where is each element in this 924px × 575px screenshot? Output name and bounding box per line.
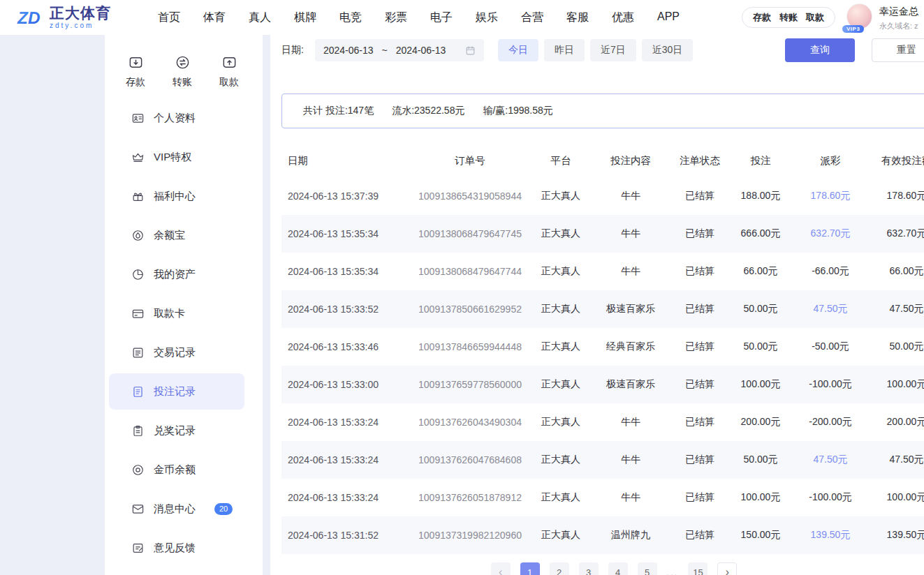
user-block[interactable]: VIP3 幸运金总 永久域名: z (846, 3, 918, 31)
reset-button[interactable]: 重置 (872, 38, 924, 62)
table-row: 2024-06-13 15:35:34 1009138068479647745 … (281, 215, 924, 253)
sidebar-item-coin-balance[interactable]: 金币余额 (109, 451, 244, 488)
nav-item-合营[interactable]: 合营 (521, 10, 543, 25)
column-header: 有效投注额 (867, 144, 924, 177)
sidebar-item-yuebao[interactable]: 余额宝 (109, 217, 244, 253)
cell-payout: -50.00元 (794, 328, 867, 366)
cell-valid-bet: 50.00元 (867, 328, 924, 366)
quick-action-transfer[interactable]: 转账 (173, 54, 192, 89)
assets-icon (131, 268, 145, 281)
range-button-今日[interactable]: 今日 (498, 39, 538, 61)
table-row: 2024-06-13 15:33:24 1009137626043490304 … (281, 403, 924, 441)
sidebar-item-bet-records[interactable]: 投注记录 (109, 373, 244, 410)
cell-payout: -66.00元 (794, 253, 867, 290)
sidebar-item-feedback[interactable]: 意见反馈 (109, 530, 244, 566)
quick-link-转账[interactable]: 转账 (779, 11, 798, 24)
nav-item-真人[interactable]: 真人 (249, 10, 271, 25)
sidebar-item-label: VIP特权 (154, 151, 191, 164)
sidebar-item-transactions[interactable]: 交易记录 (109, 334, 244, 371)
nav-item-APP[interactable]: APP (657, 10, 680, 25)
summary-winloss: 输/赢:1998.58元 (483, 105, 552, 117)
cell-content: 温州牌九 (589, 516, 673, 554)
cell-status: 已结算 (673, 253, 727, 290)
cell-content: 牛牛 (589, 177, 673, 215)
quick-action-deposit[interactable]: 存款 (126, 54, 145, 89)
quick-action-label: 转账 (173, 76, 192, 89)
sidebar-item-label: 余额宝 (154, 229, 185, 242)
left-gutter (0, 35, 105, 575)
sidebar-item-label: 金币余额 (154, 463, 196, 477)
sidebar-item-assets[interactable]: 我的资产 (109, 256, 244, 292)
cell-date: 2024-06-13 15:33:46 (281, 328, 407, 366)
sidebar-item-withdraw-card[interactable]: 取款卡 (109, 295, 244, 331)
nav-item-电子[interactable]: 电子 (430, 10, 453, 25)
cell-payout: -100.00元 (794, 366, 867, 403)
nav-item-客服[interactable]: 客服 (566, 10, 589, 25)
sidebar-item-label: 取款卡 (154, 307, 185, 320)
main-content: 日期: 2024-06-13 ~ 2024-06-13 今日昨日近7日近30日 … (270, 35, 924, 575)
svg-text:ZD: ZD (17, 8, 40, 27)
cell-platform: 正大真人 (533, 290, 589, 328)
date-from[interactable]: 2024-06-13 (323, 45, 374, 56)
date-to[interactable]: 2024-06-13 (396, 45, 446, 56)
nav-item-棋牌[interactable]: 棋牌 (294, 10, 316, 25)
nav-item-体育[interactable]: 体育 (203, 10, 226, 25)
sidebar-item-messages[interactable]: 消息中心20 (109, 491, 244, 527)
next-page-button[interactable]: › (717, 562, 737, 575)
nav-item-娱乐[interactable]: 娱乐 (476, 10, 498, 25)
cell-valid-bet: 66.00元 (867, 253, 924, 290)
page-button-5[interactable]: 5 (638, 562, 657, 575)
cell-bet: 666.00元 (727, 215, 794, 253)
bet-table-body: 2024-06-13 15:37:39 1009138654319058944 … (281, 177, 924, 554)
quick-action-withdraw[interactable]: 取款 (219, 54, 239, 89)
sidebar-quick-actions: 存款转账取款 (105, 35, 263, 89)
cell-bet: 150.00元 (727, 516, 794, 554)
cell-platform: 正大真人 (533, 441, 589, 479)
cell-content: 牛牛 (589, 441, 673, 479)
cell-platform: 正大真人 (533, 215, 589, 253)
cell-bet: 100.00元 (727, 479, 794, 516)
sidebar-item-welfare[interactable]: 福利中心 (109, 178, 244, 214)
cell-status: 已结算 (673, 177, 727, 215)
cell-content: 牛牛 (589, 479, 673, 516)
page-button-1[interactable]: 1 (520, 562, 540, 575)
search-button[interactable]: 查询 (785, 38, 855, 62)
cell-payout: 47.50元 (794, 441, 867, 479)
range-button-近7日[interactable]: 近7日 (590, 39, 636, 61)
username: 幸运金总 (879, 6, 918, 16)
page-button-2[interactable]: 2 (550, 562, 569, 575)
range-button-近30日[interactable]: 近30日 (642, 39, 694, 61)
nav-item-电竞[interactable]: 电竞 (339, 10, 362, 25)
cell-content: 极速百家乐 (589, 366, 673, 403)
page-button-3[interactable]: 3 (579, 562, 599, 575)
cell-date: 2024-06-13 15:37:39 (281, 177, 407, 215)
quick-link-取款[interactable]: 取款 (806, 11, 824, 24)
nav-item-首页[interactable]: 首页 (158, 10, 180, 25)
page-button-4[interactable]: 4 (608, 562, 628, 575)
cell-bet: 50.00元 (727, 290, 794, 328)
quick-link-存款[interactable]: 存款 (753, 11, 771, 24)
sidebar-item-profile[interactable]: 个人资料 (109, 100, 244, 136)
calendar-icon[interactable] (465, 45, 476, 56)
page-button-15[interactable]: 15 (688, 562, 707, 575)
range-button-昨日[interactable]: 昨日 (544, 39, 585, 61)
cell-date: 2024-06-13 15:33:24 (281, 441, 407, 479)
id-card-icon (131, 112, 145, 125)
cell-status: 已结算 (673, 479, 727, 516)
nav-item-优惠[interactable]: 优惠 (612, 10, 634, 25)
logo[interactable]: ZD 正大体育 zdty.com (17, 5, 123, 30)
sidebar-item-vip[interactable]: VIP特权 (109, 139, 244, 175)
sidebar-item-redeem-records[interactable]: 兑奖记录 (109, 412, 244, 449)
cell-bet: 66.00元 (727, 253, 794, 290)
cell-valid-bet: 200.00元 (867, 403, 924, 441)
date-range-picker[interactable]: 2024-06-13 ~ 2024-06-13 (315, 39, 484, 61)
cell-valid-bet: 47.50元 (867, 290, 924, 328)
cell-platform: 正大真人 (533, 253, 589, 290)
nav-item-彩票[interactable]: 彩票 (385, 10, 407, 25)
cell-platform: 正大真人 (533, 403, 589, 441)
date-separator: ~ (382, 45, 388, 56)
prev-page-button[interactable]: ‹ (491, 562, 511, 575)
cell-bet: 188.00元 (727, 177, 794, 215)
cell-valid-bet: 632.70元 (867, 215, 924, 253)
table-header-row: 日期订单号平台投注内容注单状态投注派彩有效投注额 (281, 144, 924, 177)
